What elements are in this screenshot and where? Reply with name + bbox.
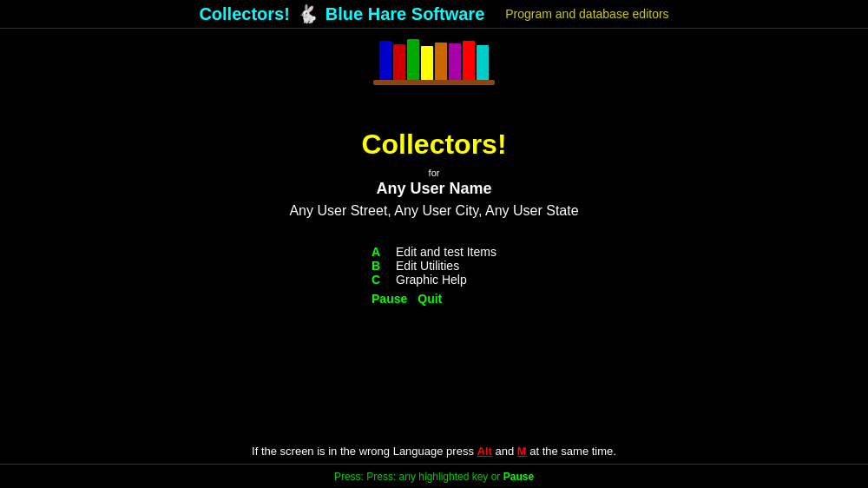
books-row <box>378 37 490 81</box>
shelf-plank <box>373 80 495 85</box>
quit-key[interactable]: Quit <box>418 292 442 306</box>
book <box>407 39 419 81</box>
bookshelf-container <box>0 37 868 85</box>
menu-items-list: AEdit and test ItemsBEdit UtilitiesCGrap… <box>372 245 496 287</box>
user-name: Any User Name <box>376 180 491 198</box>
book <box>379 41 391 81</box>
status-prefix: Press: Press: any highlighted key or <box>334 471 503 483</box>
header-collectors-title: Collectors! <box>199 4 289 24</box>
menu-item-key: A <box>372 245 385 259</box>
m-key-highlight: M <box>517 445 527 458</box>
header-bar: Collectors! 🐇 Blue Hare Software Program… <box>0 0 868 29</box>
header-subtitle: Program and database editors <box>505 7 668 21</box>
app-title: Collectors! <box>361 129 506 161</box>
menu-item-label: Edit and test Items <box>396 245 496 259</box>
menu-item-row[interactable]: CGraphic Help <box>372 273 496 287</box>
bottom-hint: If the screen is in the wrong Language p… <box>0 445 868 458</box>
bookshelf <box>378 37 490 85</box>
status-pause: Pause <box>503 471 534 483</box>
header-blue-hare-title: Blue Hare Software <box>326 4 484 24</box>
book <box>393 44 405 81</box>
hint-suffix: at the same time. <box>527 445 616 458</box>
status-bar: Press: Press: any highlighted key or Pau… <box>0 464 868 488</box>
hint-and: and <box>492 445 517 458</box>
menu-item-label: Edit Utilities <box>396 259 459 273</box>
menu-item-label: Graphic Help <box>396 273 467 287</box>
menu-container: AEdit and test ItemsBEdit UtilitiesCGrap… <box>372 245 496 306</box>
user-address: Any User Street, Any User City, Any User… <box>289 203 578 219</box>
menu-item-row[interactable]: BEdit Utilities <box>372 259 496 273</box>
pause-key[interactable]: Pause <box>372 292 407 306</box>
status-text: Press: Press: any highlighted key or Pau… <box>334 471 534 483</box>
book <box>463 41 475 81</box>
book <box>421 46 433 81</box>
book <box>435 43 447 81</box>
book <box>449 43 461 81</box>
menu-item-row[interactable]: AEdit and test Items <box>372 245 496 259</box>
main-content: Collectors! for Any User Name Any User S… <box>0 129 868 306</box>
menu-item-key: C <box>372 273 385 287</box>
pause-quit-row: Pause Quit <box>372 292 496 306</box>
hint-prefix: If the screen is in the wrong Language p… <box>252 445 477 458</box>
menu-item-key: B <box>372 259 385 273</box>
rabbit-icon: 🐇 <box>297 3 319 24</box>
for-label: for <box>429 168 440 178</box>
alt-key-highlight: Alt <box>477 445 492 458</box>
book <box>477 45 489 81</box>
